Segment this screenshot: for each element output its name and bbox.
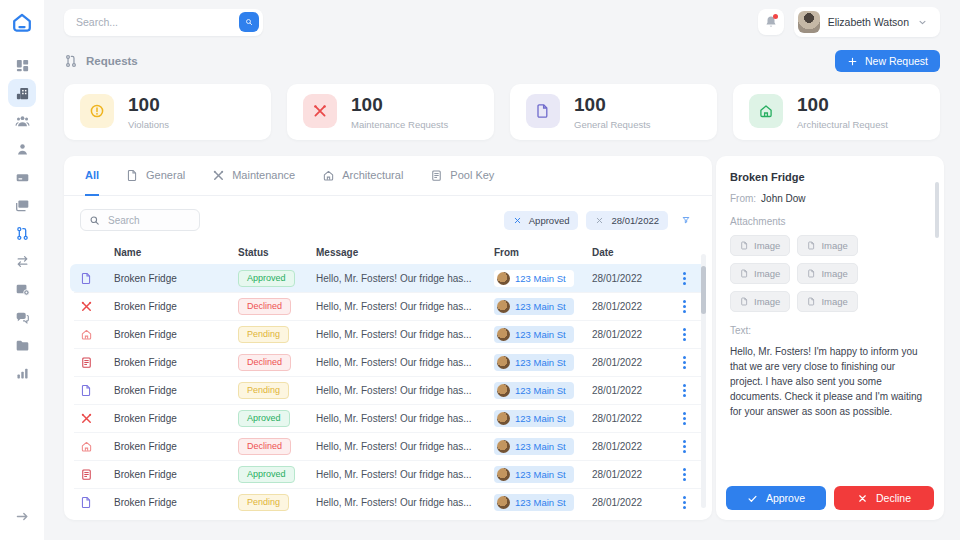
row-menu-button[interactable]: [662, 488, 706, 516]
global-search: [64, 9, 263, 36]
from-link[interactable]: 123 Main St: [494, 438, 574, 455]
status-badge: Pending: [238, 494, 289, 511]
approve-button[interactable]: Approve: [726, 486, 826, 510]
from-link[interactable]: 123 Main St: [494, 298, 574, 315]
filter-chip[interactable]: 28/01/2022: [586, 211, 668, 230]
table-row[interactable]: Broken Fridge Pending Hello, Mr. Fosters…: [70, 488, 706, 516]
team-icon: [15, 114, 30, 129]
table-row[interactable]: Broken Fridge Declined Hello, Mr. Foster…: [70, 432, 706, 460]
sidebar-item-residents[interactable]: [8, 135, 36, 163]
remove-filter-icon[interactable]: [513, 216, 522, 225]
tab-pool-key[interactable]: Pool Key: [430, 156, 494, 196]
attachment-chip[interactable]: Image: [797, 235, 857, 256]
detail-scrollbar[interactable]: [935, 182, 939, 238]
from-link[interactable]: 123 Main St: [494, 326, 574, 343]
general-icon: [126, 169, 139, 182]
sidebar-item-reports[interactable]: [8, 359, 36, 387]
request-message: Hello, Mr. Fosters! Our fridge has...: [316, 469, 494, 480]
user-menu[interactable]: Elizabeth Watson: [794, 7, 940, 37]
sidebar-item-media[interactable]: [8, 191, 36, 219]
decline-button[interactable]: Decline: [834, 486, 934, 510]
table-search-input[interactable]: [106, 214, 191, 227]
from-link[interactable]: 123 Main St: [494, 382, 574, 399]
row-menu-button[interactable]: [662, 320, 706, 348]
row-menu-button[interactable]: [662, 432, 706, 460]
attachments-label: Attachments: [730, 216, 930, 227]
tab-architectural[interactable]: Architectural: [322, 156, 403, 196]
sidebar-item-requests[interactable]: [8, 219, 36, 247]
tab-all[interactable]: All: [85, 156, 99, 196]
sidebar-item-properties[interactable]: [8, 79, 36, 107]
maintenance-icon: [303, 94, 337, 128]
filter-chip[interactable]: Approved: [504, 211, 579, 230]
notifications-button[interactable]: [758, 9, 784, 35]
tab-maintenance[interactable]: Maintenance: [212, 156, 295, 196]
sidebar-item-dashboard[interactable]: [8, 51, 36, 79]
table-row[interactable]: Broken Fridge Aproved Hello, Mr. Fosters…: [70, 404, 706, 432]
property-avatar: [497, 384, 510, 397]
tab-general[interactable]: General: [126, 156, 185, 196]
maintenance-icon: [212, 169, 225, 182]
scrollbar-thumb[interactable]: [701, 266, 706, 314]
sidebar-item-documents[interactable]: [8, 331, 36, 359]
sidebar-item-gallery[interactable]: [8, 275, 36, 303]
table-row[interactable]: Broken Fridge Pending Hello, Mr. Fosters…: [70, 320, 706, 348]
row-menu-button[interactable]: [662, 292, 706, 320]
table-row[interactable]: Broken Fridge Declined Hello, Mr. Foster…: [70, 292, 706, 320]
search-button[interactable]: [239, 12, 259, 32]
stat-label: General Requests: [574, 119, 651, 130]
from-link[interactable]: 123 Main St: [494, 270, 574, 287]
attachment-chip[interactable]: Image: [797, 263, 857, 284]
file-icon: [740, 241, 749, 250]
filter-button[interactable]: [676, 210, 696, 230]
chip-label: 28/01/2022: [611, 215, 659, 226]
table-row[interactable]: Broken Fridge Declined Hello, Mr. Foster…: [70, 348, 706, 376]
attachment-chip[interactable]: Image: [797, 291, 857, 312]
sidebar-item-transactions[interactable]: [8, 247, 36, 275]
collapse-arrow-icon[interactable]: [15, 509, 30, 524]
residents-icon: [15, 142, 30, 157]
stat-card: 100 Architectural Request: [733, 84, 940, 140]
status-badge: Aproved: [238, 410, 290, 427]
app-logo-icon[interactable]: [10, 11, 34, 35]
filter-row: Approved 28/01/2022: [64, 196, 712, 240]
row-menu-button[interactable]: [662, 460, 706, 488]
request-date: 28/01/2022: [592, 301, 662, 312]
global-search-input[interactable]: [74, 15, 239, 29]
attachment-chip[interactable]: Image: [730, 235, 790, 256]
row-menu-button[interactable]: [662, 264, 706, 292]
new-request-button[interactable]: New Request: [835, 50, 940, 72]
from-link[interactable]: 123 Main St: [494, 494, 574, 511]
property-avatar: [497, 356, 510, 369]
remove-filter-icon[interactable]: [595, 216, 604, 225]
sidebar-item-team[interactable]: [8, 107, 36, 135]
stat-value: 100: [128, 95, 169, 115]
row-menu-button[interactable]: [662, 348, 706, 376]
attachment-label: Image: [821, 240, 847, 251]
request-date: 28/01/2022: [592, 385, 662, 396]
dashboard-icon: [15, 58, 30, 73]
table-row[interactable]: Broken Fridge Approved Hello, Mr. Foster…: [70, 264, 706, 292]
request-date: 28/01/2022: [592, 357, 662, 368]
from-link[interactable]: 123 Main St: [494, 354, 574, 371]
from-link[interactable]: 123 Main St: [494, 466, 574, 483]
file-icon: [807, 269, 816, 278]
attachment-chip[interactable]: Image: [730, 263, 790, 284]
attachment-chip[interactable]: Image: [730, 291, 790, 312]
request-name: Broken Fridge: [114, 273, 238, 284]
table-row[interactable]: Broken Fridge Pending Hello, Mr. Fosters…: [70, 376, 706, 404]
poolkey-request-icon: [80, 356, 114, 369]
from-link[interactable]: 123 Main St: [494, 410, 574, 427]
sidebar-item-key-cards[interactable]: [8, 163, 36, 191]
table-row[interactable]: Broken Fridge Approved Hello, Mr. Foster…: [70, 460, 706, 488]
row-menu-button[interactable]: [662, 376, 706, 404]
maintenance-request-icon: [80, 412, 114, 425]
gallery-icon: [15, 282, 30, 297]
request-detail-panel: Broken Fridge From:John Dow Attachments …: [716, 156, 944, 520]
row-menu-button[interactable]: [662, 404, 706, 432]
notification-dot: [773, 14, 778, 19]
sidebar-item-messages[interactable]: [8, 303, 36, 331]
table-scrollbar[interactable]: [701, 254, 706, 508]
request-name: Broken Fridge: [114, 441, 238, 452]
status-badge: Approved: [238, 270, 295, 287]
